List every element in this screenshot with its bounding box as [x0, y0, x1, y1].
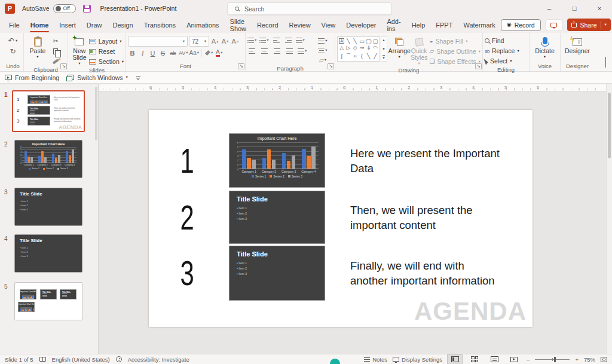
select-button[interactable]: Select▾: [485, 56, 512, 66]
zoom-out-button[interactable]: –: [527, 356, 530, 363]
gallery-more-icon[interactable]: ▾: [382, 55, 385, 60]
shape-glyph-icon[interactable]: ╱: [374, 53, 377, 59]
line-spacing-button[interactable]: ▾: [296, 36, 305, 45]
language-indicator[interactable]: English (United States): [52, 356, 110, 363]
slide-thumb-title[interactable]: Title Slide• Item 1• Item 2• Item 3: [229, 191, 325, 244]
maximize-button[interactable]: □: [562, 0, 587, 17]
scroll-down-icon[interactable]: ▾: [382, 47, 385, 51]
tab-animations[interactable]: Animations: [181, 17, 224, 33]
shape-glyph-icon[interactable]: ◇: [353, 45, 357, 51]
display-settings-button[interactable]: Display Settings: [393, 356, 442, 363]
search-box[interactable]: Search: [227, 2, 391, 15]
designer-button[interactable]: Designer: [565, 35, 590, 54]
shape-glyph-icon[interactable]: A: [339, 38, 344, 44]
slideshow-view-button[interactable]: [507, 355, 521, 364]
layout-button[interactable]: Layout▾: [89, 36, 124, 46]
slide-sorter-view-button[interactable]: [467, 355, 482, 364]
reading-view-button[interactable]: [487, 355, 501, 364]
tab-draw[interactable]: Draw: [81, 17, 108, 33]
shape-glyph-icon[interactable]: ▢: [373, 38, 378, 44]
scrollbar-thumb[interactable]: [608, 93, 611, 158]
autosave-toggle[interactable]: Off: [53, 4, 76, 13]
shapes-gallery[interactable]: A╲╲▭◯▢△▷◇⇒⇓◠ʃ⌒≈{╲╱: [337, 36, 380, 62]
text-highlight-button[interactable]: ▾: [204, 48, 213, 57]
from-beginning-button[interactable]: From Beginning: [5, 74, 59, 81]
tab-home[interactable]: Home: [25, 17, 54, 33]
shape-glyph-icon[interactable]: △: [339, 45, 344, 51]
font-size-combo[interactable]: 72▾: [189, 36, 209, 47]
decrease-indent-button[interactable]: [272, 36, 281, 45]
underline-button[interactable]: U: [148, 48, 157, 57]
agenda-text[interactable]: Here we present the Important Data: [350, 133, 503, 188]
replace-button[interactable]: abReplace▾: [485, 46, 519, 56]
shape-glyph-icon[interactable]: ▭: [359, 38, 365, 44]
zoom-level[interactable]: 75%: [584, 356, 595, 363]
convert-to-smartart-button[interactable]: ▱▾: [317, 56, 329, 65]
close-button[interactable]: ×: [587, 0, 612, 17]
zoom-slider-thumb[interactable]: [554, 357, 556, 362]
shape-glyph-icon[interactable]: ╲: [347, 38, 350, 44]
shape-glyph-icon[interactable]: ʃ: [341, 53, 342, 59]
save-icon[interactable]: [83, 5, 91, 13]
shape-fill-button[interactable]: ◒Shape Fill▾: [429, 36, 481, 46]
shape-glyph-icon[interactable]: ╲: [353, 38, 356, 44]
tab-file[interactable]: File: [4, 17, 25, 33]
font-name-combo[interactable]: ▾: [128, 36, 188, 47]
shape-glyph-icon[interactable]: ⌒: [345, 52, 351, 60]
format-painter-button[interactable]: [50, 57, 62, 66]
zoom-slider[interactable]: [535, 359, 570, 360]
fit-to-window-icon[interactable]: [601, 357, 607, 362]
bold-button[interactable]: B: [128, 48, 137, 57]
clear-formatting-button[interactable]: A⌀: [231, 37, 240, 46]
arrange-button[interactable]: Arrange ▾: [388, 35, 411, 59]
reset-button[interactable]: Reset: [89, 47, 124, 56]
chevron-down-icon[interactable]: ▾: [605, 23, 607, 27]
slide-thumbnail-5[interactable]: Important Chart HereTitle SlideTitle Sli…: [14, 282, 82, 320]
tab-view[interactable]: View: [316, 17, 341, 33]
quick-styles-button[interactable]: Quick Styles ▾: [411, 35, 428, 66]
tab-review[interactable]: Review: [284, 17, 316, 33]
change-case-button[interactable]: Aa▾: [189, 48, 200, 57]
agenda-text[interactable]: Then, we will present the important cont…: [350, 191, 503, 244]
vertical-scrollbar[interactable]: [606, 84, 612, 354]
align-center-button[interactable]: [260, 47, 269, 56]
italic-button[interactable]: I: [138, 48, 147, 57]
tab-insert[interactable]: Insert: [54, 17, 81, 33]
drawing-dialog-launcher[interactable]: ↘: [475, 63, 482, 69]
dictate-button[interactable]: Dictate ▾: [535, 35, 555, 59]
strikethrough-button[interactable]: S: [158, 48, 167, 57]
zoom-in-button[interactable]: +: [575, 356, 579, 363]
redo-button[interactable]: ↻: [8, 47, 17, 56]
normal-view-button[interactable]: [448, 355, 462, 364]
shape-glyph-icon[interactable]: ◯: [366, 38, 372, 44]
slide-indicator[interactable]: Slide 1 of 5: [5, 356, 33, 363]
align-text-button[interactable]: ▾: [317, 46, 329, 55]
new-slide-button[interactable]: New Slide ▾: [70, 35, 89, 66]
agenda-text[interactable]: Finally, we will end with another import…: [350, 246, 503, 301]
slide-thumbnail-2[interactable]: Important Chart Here0123456Category 1Cat…: [14, 140, 82, 178]
cut-button[interactable]: ✂: [50, 36, 62, 45]
quickbar-overflow-button[interactable]: [136, 76, 140, 79]
accessibility-status[interactable]: Accessibility: Investigate: [128, 356, 189, 363]
numbering-button[interactable]: ▾: [259, 36, 268, 45]
share-button[interactable]: Share ▾: [567, 19, 611, 31]
tab-help[interactable]: Help: [406, 17, 431, 33]
switch-windows-button[interactable]: Switch Windows ▾: [68, 74, 128, 81]
increase-font-size-button[interactable]: A▴: [210, 37, 219, 46]
tab-fppt[interactable]: FPPT: [430, 17, 458, 33]
align-left-button[interactable]: [247, 47, 256, 56]
minimize-button[interactable]: –: [537, 0, 562, 17]
shape-glyph-icon[interactable]: ╲: [367, 53, 370, 59]
align-right-button[interactable]: [273, 47, 281, 56]
spell-check-icon[interactable]: [39, 357, 46, 362]
columns-button[interactable]: ▾: [298, 47, 307, 56]
shape-glyph-icon[interactable]: ⇓: [366, 45, 371, 51]
shape-glyph-icon[interactable]: ◠: [373, 45, 378, 51]
increase-indent-button[interactable]: [284, 36, 293, 45]
tab-design[interactable]: Design: [107, 17, 138, 33]
tab-record[interactable]: Record: [252, 17, 283, 33]
paste-button[interactable]: Paste ▾: [26, 35, 50, 59]
tab-add-ins[interactable]: Add-ins: [381, 17, 406, 33]
horizontal-ruler[interactable]: 6543210123456: [99, 84, 606, 91]
comments-button[interactable]: [546, 19, 562, 31]
